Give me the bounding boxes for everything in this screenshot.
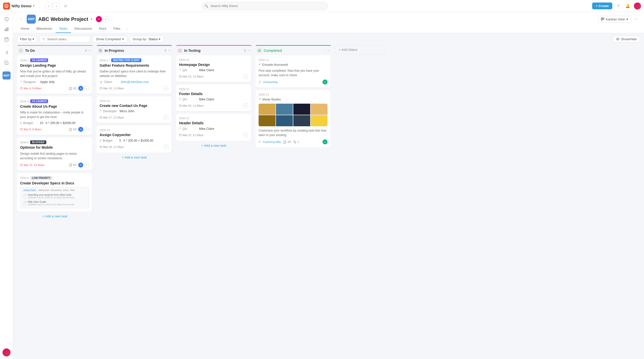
kanban-icon [601, 17, 604, 21]
card-dem-1[interactable]: DEM-1 V1 LAUNCH Design Landing Page Now … [17, 55, 92, 94]
card-dem-12-onboarding-link[interactable]: Onboarding [263, 81, 278, 84]
col-inprogress-more-button[interactable]: ··· [168, 48, 171, 53]
nav-back-button[interactable]: ‹ [45, 3, 52, 10]
tab-discussions[interactable]: Discussions [71, 25, 95, 33]
card-dem-21[interactable]: DEM-21 Footer Details T QA: Mike Claire … [176, 85, 251, 111]
card-dem-8[interactable]: DEM-8 LOW PRIORITY Create Developer Spec… [17, 173, 92, 211]
card-dem-12[interactable]: DEM-12 ✓ Create Account First step compl… [256, 55, 331, 88]
sidebar-analytics-icon[interactable] [2, 25, 11, 34]
card-dem-1-add-avatar[interactable]: + [84, 86, 89, 91]
card-dem-21-add-avatar[interactable]: + [243, 103, 248, 108]
tab-home[interactable]: Home [17, 25, 33, 33]
project-icon: AWP [27, 15, 36, 24]
card-dem-19-id: DEM-19 [100, 129, 169, 132]
card-dem-20[interactable]: DEM-20 Homepage Design T QA: Mike Claire… [176, 55, 251, 82]
card-dem-13-link-icon [259, 141, 261, 143]
card-dem-21-field-icon: T [179, 98, 181, 101]
card-dem-18-avatars: + [164, 115, 169, 120]
card-dem-19[interactable]: DEM-19 Assign Copywriter $ Budget: 5 h *… [97, 126, 172, 152]
notifications-button[interactable]: 🔔 [624, 3, 631, 10]
card-dem-13[interactable]: DEM-13 ✓ View Tasks [256, 90, 331, 147]
group-by-selector[interactable]: Group by: Status ▾ [130, 36, 163, 43]
card-dem-3-desc: Nifty is made for collaboration – invite… [20, 110, 89, 119]
card-dem-17-add-avatar[interactable]: + [164, 86, 169, 91]
card-dem-18-add-avatar[interactable]: + [164, 115, 169, 120]
col-testing-more-button[interactable]: ··· [247, 48, 251, 53]
card-dem-6[interactable]: DEM-6 BLOCKED Optimize for Mobile Design… [17, 137, 92, 170]
sidebar-tasks-icon[interactable] [2, 58, 11, 67]
preview-grid [259, 104, 328, 126]
svg-rect-12 [20, 88, 22, 90]
create-button[interactable]: + Create [592, 3, 612, 9]
help-button[interactable]: ? [615, 3, 622, 10]
tab-files[interactable]: Files [110, 25, 124, 33]
card-dem-3[interactable]: DEM-3 V1 LAUNCH Create About Us Page Nif… [17, 96, 92, 135]
sidebar-toggle-button[interactable]: › [17, 16, 24, 23]
add-member-button[interactable]: + [103, 16, 109, 22]
doc-item-1: 📄 Importing your projects from other too… [22, 193, 87, 200]
nav-forward-button[interactable]: › [53, 3, 60, 10]
sidebar-list-icon[interactable] [2, 48, 11, 57]
kanban-view-button[interactable]: Kanban View ▾ [598, 16, 631, 23]
sidebar-calendar-icon[interactable] [2, 35, 11, 44]
show-hide-button[interactable]: Show/Hide [613, 36, 640, 43]
card-dem-13-exploring-link[interactable]: Exploring Nifty [263, 140, 281, 143]
card-dem-20-field-value: Mike Claire [199, 68, 214, 72]
card-dem-20-add-avatar[interactable]: + [243, 74, 248, 79]
col-completed-more-button[interactable]: ··· [327, 48, 330, 53]
card-dem-21-field: T QA: Mike Claire [179, 98, 248, 101]
project-avatar-sidebar[interactable]: AWP [3, 71, 11, 79]
card-dem-13-id: DEM-13 [259, 93, 328, 96]
card-dem-17[interactable]: DEM-17 WAITING FOR CLIENT Gather Feature… [97, 55, 172, 94]
col-todo-add-task-button[interactable]: + Add a new task [17, 212, 93, 220]
card-dem-21-field-value: Mike Claire [199, 98, 214, 101]
card-dem-22[interactable]: DEM-22 Header Details T QA: Mike Claire … [176, 114, 251, 140]
sidebar-home-icon[interactable] [2, 15, 11, 24]
app-dropdown-icon[interactable]: ▾ [33, 4, 34, 8]
search-tasks-input[interactable] [47, 37, 87, 41]
add-status-button[interactable]: + Add Status [335, 45, 385, 54]
col-todo-more-button[interactable]: ··· [88, 48, 92, 53]
card-dem-6-add-avatar[interactable]: + [84, 163, 89, 168]
member-avatars: M + [96, 16, 109, 22]
card-dem-17-field-value[interactable]: John@JohnDoe.com [120, 80, 149, 84]
col-inprogress-add-task-button[interactable]: + Add a new task [97, 153, 172, 161]
col-todo-header: To Do 4 ··· [17, 45, 93, 55]
tab-milestones[interactable]: Milestones [33, 25, 56, 33]
preview-cell-8 [311, 115, 328, 126]
tab-more[interactable]: ··· [124, 25, 131, 33]
card-dem-12-avatars: A [323, 79, 328, 85]
tab-docs[interactable]: Docs [95, 25, 110, 33]
filter-button[interactable]: Filter by ▾ [17, 36, 37, 43]
col-todo-icon [18, 48, 24, 53]
card-dem-18[interactable]: DEM-18 Create new Contact Us Page T Deve… [97, 96, 172, 123]
sidebar-user-avatar[interactable] [3, 348, 11, 356]
card-dem-19-meta: Mar 18, 11:59pm + [100, 144, 169, 149]
svg-rect-3 [6, 28, 7, 31]
card-dem-12-title-text: Create Account [262, 62, 288, 67]
header-more-button[interactable]: ··· [633, 16, 640, 23]
search-input[interactable] [202, 2, 328, 10]
svg-rect-8 [603, 18, 604, 19]
card-dem-19-add-avatar[interactable]: + [164, 144, 169, 149]
card-dem-17-field-icon: @ [100, 81, 102, 84]
col-testing-add-task-button[interactable]: + Add a new task [176, 142, 252, 149]
history-button[interactable]: ↺ [62, 3, 69, 10]
card-dem-1-id: DEM-1 V1 LAUNCH [20, 58, 89, 62]
card-dem-17-avatars: + [164, 86, 169, 91]
app-logo[interactable]: Nifty Demo ▾ [3, 3, 43, 10]
card-dem-17-date: Mar 16, 11:59pm [100, 87, 124, 90]
card-dem-22-add-avatar[interactable]: + [243, 133, 248, 138]
card-dem-1-desc: Now that you've gotten an idea of Nifty,… [20, 69, 89, 78]
member-avatar-1[interactable]: M [96, 16, 102, 22]
tab-tasks[interactable]: Tasks [56, 25, 71, 33]
project-dropdown-button[interactable]: ▾ [91, 17, 92, 21]
card-dem-20-title: Homepage Design [179, 62, 248, 67]
user-avatar[interactable] [634, 3, 641, 10]
preview-cell-7 [293, 115, 310, 126]
card-dem-8-badge: LOW PRIORITY [30, 176, 52, 180]
toolbar: Filter by ▾ Show Completed ▾ Group by: S… [13, 33, 644, 45]
show-completed-button[interactable]: Show Completed ▾ [93, 36, 127, 43]
card-dem-6-tasks: 📋 0/1 [69, 163, 77, 167]
card-dem-3-add-avatar[interactable]: + [84, 127, 89, 132]
